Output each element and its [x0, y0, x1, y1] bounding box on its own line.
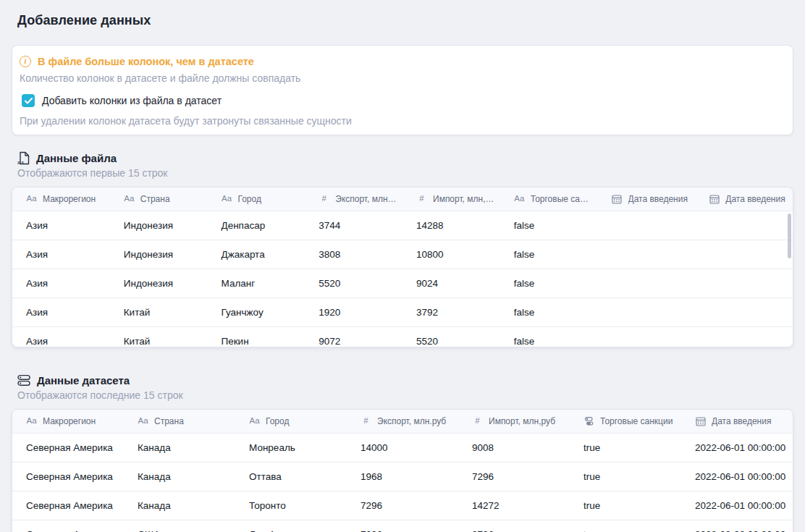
warning-note: При удалении колонок датасета будут затр… [20, 115, 785, 127]
column-label: Экспорт, млн.руб [377, 416, 450, 426]
page-title: Добавление данных [17, 12, 793, 29]
calendar-icon [612, 194, 623, 204]
column-label: Экспорт, млн.руб [335, 194, 402, 204]
text-type-icon: Аа [514, 195, 525, 203]
table-cell: Северная Америка [12, 500, 124, 511]
table-row: Северная АмерикаКанадаТоронто729614272tr… [12, 491, 793, 520]
checkbox-label: Добавить колонки из файла в датасет [42, 95, 222, 106]
column-header: АаМакрорегион [12, 416, 124, 426]
table-row: АзияИндонезияДжакарта380810800false [12, 240, 793, 269]
table-header-row: АаМакрорегионАаСтранаАаГород#Экспорт, мл… [12, 187, 793, 211]
table-cell: Джакарта [208, 249, 305, 260]
table-cell: 7296 [347, 500, 458, 511]
file-data-table: АаМакрорегионАаСтранаАаГород#Экспорт, мл… [12, 187, 793, 347]
table-row: АзияКитайПекин90725520false [12, 326, 793, 347]
table-cell: false [500, 278, 598, 289]
column-label: Импорт, млн,руб [433, 194, 500, 204]
table-cell: false [500, 336, 598, 347]
column-label: Город [238, 194, 266, 204]
table-cell: Денпасар [208, 220, 305, 231]
text-type-icon: Аа [249, 417, 260, 426]
table-cell: true [570, 442, 681, 453]
table-cell: 5520 [402, 336, 500, 347]
table-cell: 14000 [347, 442, 458, 453]
add-columns-checkbox-row[interactable]: Добавить колонки из файла в датасет [22, 92, 785, 109]
table-vertical-scrollbar[interactable] [788, 214, 791, 258]
checkbox-checked-icon[interactable] [22, 94, 35, 107]
column-header: Дата введения [695, 194, 793, 204]
number-type-icon: # [472, 417, 483, 426]
text-type-icon: Аа [124, 195, 135, 203]
table-cell: 14272 [458, 500, 570, 511]
table-cell: false [500, 220, 598, 231]
column-label: Макрорегион [43, 194, 100, 204]
table-cell: true [570, 529, 681, 532]
column-header: #Экспорт, млн.руб [305, 194, 402, 204]
table-cell: Маланг [208, 278, 305, 289]
table-cell: 14288 [402, 220, 500, 231]
table-cell: 2022-06-01 00:00:00 [681, 442, 793, 453]
dataset-data-section: Данные датасета Отображаются последние 1… [12, 372, 793, 532]
table-cell: 9008 [458, 442, 570, 453]
column-label: Макрорегион [43, 416, 100, 426]
table-cell: 10800 [402, 249, 500, 260]
table-cell: Азия [12, 307, 110, 318]
column-header: АаГород [235, 416, 347, 426]
xls-file-icon: XLS [17, 151, 30, 165]
column-label: Дата введения [628, 194, 692, 204]
warning-panel: i В файле больше колонок, чем в датасете… [12, 45, 793, 135]
table-cell: true [570, 500, 681, 511]
file-section-header: XLS Данные файла [17, 150, 793, 166]
dataset-section-header: Данные датасета [17, 372, 793, 388]
table-cell: Канада [124, 442, 235, 453]
column-label: Город [266, 416, 293, 426]
warning-title-row: i В файле больше колонок, чем в датасете [20, 55, 785, 68]
text-type-icon: Аа [26, 417, 37, 426]
warning-subtitle: Количество колонок в датасете и файле до… [20, 72, 785, 85]
table-cell: 1920 [305, 307, 402, 318]
table-cell: Азия [12, 336, 110, 347]
table-row: Северная АмерикаСШАЛос-Анджелес72968736t… [12, 520, 793, 532]
table-cell: 7296 [347, 529, 458, 532]
table-cell: 1968 [347, 471, 458, 482]
info-icon: i [20, 56, 31, 67]
text-type-icon: Аа [26, 195, 37, 203]
table-cell: Канада [124, 500, 235, 511]
table-cell: Китай [110, 307, 208, 318]
file-section-title: Данные файла [36, 152, 117, 164]
table-cell: false [500, 307, 598, 318]
table-cell: 3808 [305, 249, 402, 260]
column-header: Дата введения [681, 416, 793, 426]
table-cell: Индонезия [110, 278, 208, 289]
table-cell: 3744 [305, 220, 402, 231]
table-row: Северная АмерикаКанадаМонреаль140009008t… [12, 433, 793, 462]
table-row: Северная АмерикаКанадаОттава19687296true… [12, 462, 793, 491]
number-type-icon: # [361, 417, 371, 426]
table-cell: 8736 [458, 529, 570, 532]
add-data-page: Добавление данных i В файле больше колон… [0, 0, 805, 532]
table-cell: Гуанчжоу [208, 307, 305, 318]
text-type-icon: Аа [138, 417, 148, 426]
column-header: #Импорт, млн,руб [402, 194, 500, 204]
number-type-icon: # [416, 195, 427, 203]
column-header: АаМакрорегион [12, 194, 110, 204]
column-label: Дата введения [712, 416, 775, 426]
table-row: АзияИндонезияДенпасар374414288false [12, 211, 793, 240]
table-cell: Лос-Анджелес [235, 529, 347, 532]
table-header-row: АаМакрорегионАаСтранаАаГород#Экспорт, мл… [12, 410, 793, 433]
column-header: #Экспорт, млн.руб [347, 416, 458, 426]
dataset-section-title: Данные датасета [37, 374, 130, 387]
file-section-subtitle: Отображаются первые 15 строк [17, 167, 793, 180]
file-data-section: XLS Данные файла Отображаются первые 15 … [12, 150, 793, 347]
dataset-section-subtitle: Отображаются последние 15 строк [17, 389, 793, 402]
column-header: АаГород [208, 194, 305, 204]
table-cell: Монреаль [235, 442, 347, 453]
table-row: АзияКитайГуанчжоу19203792false [12, 297, 793, 326]
table-cell: 2022-06-01 00:00:00 [681, 471, 793, 482]
calendar-icon [695, 416, 706, 426]
table-cell: Северная Америка [12, 529, 124, 532]
table-cell: 9024 [402, 278, 500, 289]
column-header: Торговые санкции [570, 416, 681, 426]
calendar-icon [709, 194, 720, 204]
table-cell: Китай [110, 336, 208, 347]
